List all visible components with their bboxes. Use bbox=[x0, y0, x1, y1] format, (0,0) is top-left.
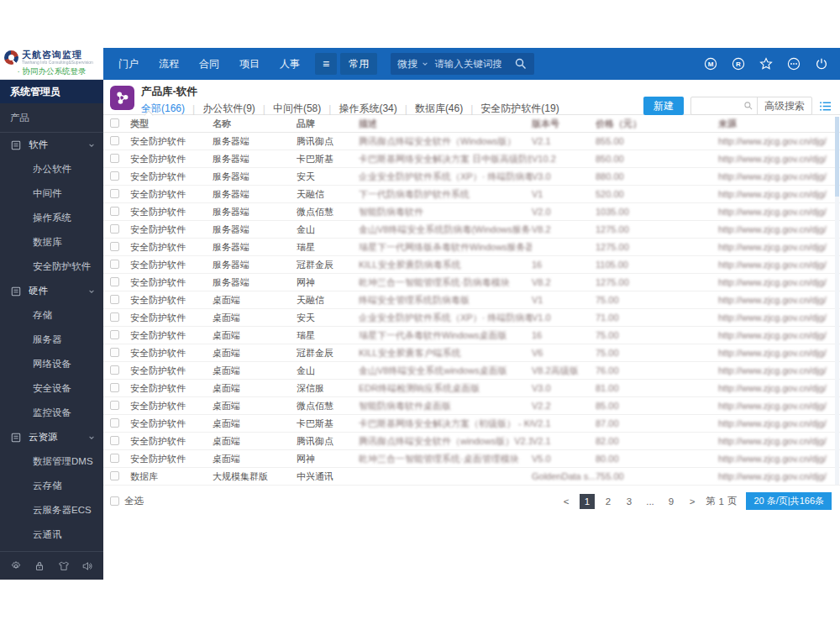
oa-login-link[interactable]: · 协同办公系统登录 bbox=[4, 66, 99, 77]
prev-page-button[interactable]: < bbox=[559, 494, 574, 509]
row-checkbox[interactable] bbox=[110, 207, 119, 216]
table-row[interactable]: 安全防护软件 桌面端 微点佰慧 智能防病毒软件桌面版 V2.2 85.00 ht… bbox=[103, 397, 840, 415]
next-page-button[interactable]: > bbox=[685, 494, 700, 509]
row-checkbox[interactable] bbox=[110, 436, 119, 445]
lock-icon[interactable] bbox=[34, 560, 45, 572]
table-row[interactable]: 安全防护软件 桌面端 金山 金山V8终端安全系统windows桌面版 V8.2高… bbox=[103, 362, 840, 380]
theme-icon[interactable] bbox=[58, 560, 70, 572]
search-engine-label[interactable]: 微搜 bbox=[397, 57, 417, 71]
row-checkbox[interactable] bbox=[110, 348, 119, 357]
nav-item-common[interactable]: 常用 bbox=[340, 53, 377, 75]
sidebar-item[interactable]: 安全防护软件 bbox=[0, 255, 103, 279]
table-row[interactable]: 安全防护软件 桌面端 网神 乾坤三合一智能管理系统·桌面管理模块 V5.0 80… bbox=[103, 450, 840, 468]
row-checkbox[interactable] bbox=[110, 295, 119, 304]
current-page-value[interactable]: 1 bbox=[719, 496, 724, 507]
chevron-down-icon[interactable] bbox=[88, 433, 95, 443]
table-search-input[interactable] bbox=[691, 101, 743, 111]
table-row[interactable]: 安全防护软件 服务器端 微点佰慧 智能防病毒软件 V2.0 1035.00 ht… bbox=[103, 203, 840, 221]
nav-item[interactable]: 项目 bbox=[239, 57, 260, 71]
row-checkbox[interactable] bbox=[110, 365, 119, 375]
row-checkbox[interactable] bbox=[110, 277, 119, 286]
table-row[interactable]: 安全防护软件 桌面端 腾讯御点 腾讯御点终端安全软件（windows版）V2.1… bbox=[103, 433, 840, 450]
sidebar-item[interactable]: 云通讯 bbox=[0, 522, 103, 547]
search-input[interactable] bbox=[433, 58, 510, 70]
sidebar-item[interactable]: 数据库 bbox=[0, 230, 103, 255]
search-icon[interactable] bbox=[743, 101, 757, 111]
settings-icon[interactable] bbox=[10, 560, 22, 572]
row-checkbox[interactable] bbox=[110, 260, 119, 269]
table-scrollbar[interactable] bbox=[835, 117, 839, 485]
row-checkbox[interactable] bbox=[110, 136, 119, 145]
page-button-1[interactable]: 1 bbox=[580, 494, 595, 509]
table-row[interactable]: 安全防护软件 桌面端 卡巴斯基 卡巴斯基网络安全解决方案（初级版） - KOL.… bbox=[103, 415, 840, 433]
star-icon[interactable] bbox=[759, 57, 773, 71]
table-row[interactable]: 安全防护软件 桌面端 深信服 EDR终端检测响应系统桌面版 V3.0 81.00… bbox=[103, 380, 840, 397]
table-row[interactable]: 安全防护软件 服务器端 腾讯御点 腾讯御点终端安全软件（Windows版） V2… bbox=[103, 133, 840, 150]
r-badge-icon[interactable]: R bbox=[732, 57, 745, 71]
row-checkbox[interactable] bbox=[110, 154, 119, 163]
table-row[interactable]: 安全防护软件 服务器端 冠群金辰 KILL安全胶囊防病毒系统 16 1105.0… bbox=[103, 256, 840, 274]
chevron-down-icon[interactable] bbox=[422, 58, 428, 70]
sidebar-item[interactable]: 数据管理DMS bbox=[0, 449, 103, 474]
table-row[interactable]: 安全防护软件 服务器端 金山 金山V8终端安全系统防病毒(Windows服务器版… bbox=[103, 221, 840, 239]
sidebar-item[interactable]: 云存储 bbox=[0, 474, 103, 498]
row-checkbox[interactable] bbox=[110, 312, 119, 322]
row-checkbox[interactable] bbox=[110, 330, 119, 339]
sidebar-item[interactable]: 服务器 bbox=[0, 328, 103, 352]
page-button-9[interactable]: 9 bbox=[664, 494, 679, 509]
select-all[interactable]: 全选 bbox=[110, 495, 144, 507]
table-row[interactable]: 安全防护软件 桌面端 安天 企业安全防护软件系统（XP）· 终端防病毒版 V1.… bbox=[103, 309, 840, 327]
select-all-checkbox[interactable] bbox=[110, 496, 119, 506]
tab-security-software[interactable]: 安全防护软件(19) bbox=[473, 102, 566, 116]
more-icon[interactable] bbox=[787, 57, 801, 71]
tab-office-software[interactable]: 办公软件(9) bbox=[195, 102, 263, 116]
table-row[interactable]: 安全防护软件 服务器端 卡巴斯基 卡巴斯基网络安全解决方案 日中版高级防护...… bbox=[103, 150, 840, 168]
tab-middleware[interactable]: 中间件(58) bbox=[265, 102, 328, 116]
sidebar-group-software[interactable]: 软件 bbox=[0, 133, 103, 157]
table-row[interactable]: 安全防护软件 桌面端 天融信 终端安全管理系统防病毒版 V1 75.00 htt… bbox=[103, 291, 840, 309]
power-icon[interactable] bbox=[815, 57, 828, 71]
table-row[interactable]: 安全防护软件 服务器端 安天 企业安全防护软件系统（XP）· 终端防病毒版 V3… bbox=[103, 168, 840, 186]
table-row[interactable]: 安全防护软件 服务器端 瑞星 瑞星下一代网络版杀毒软件Windows服务器版 1… bbox=[103, 239, 840, 256]
row-checkbox[interactable] bbox=[110, 418, 119, 428]
row-checkbox[interactable] bbox=[110, 383, 119, 392]
nav-item[interactable]: 合同 bbox=[199, 57, 219, 71]
search-icon[interactable] bbox=[514, 57, 528, 71]
table-row[interactable]: 数据库 大规模集群版 中兴通讯 GoldenData s... 755.00 h… bbox=[103, 468, 840, 486]
sound-icon[interactable] bbox=[81, 560, 93, 572]
page-size-badge[interactable]: 20 条/页|共166条 bbox=[746, 492, 832, 510]
advanced-search-button[interactable]: 高级搜索 bbox=[757, 97, 811, 114]
nav-item[interactable]: 流程 bbox=[159, 57, 179, 71]
tab-os[interactable]: 操作系统(34) bbox=[331, 102, 404, 116]
sidebar-item[interactable]: 网络设备 bbox=[0, 352, 103, 376]
row-checkbox[interactable] bbox=[110, 401, 119, 410]
sidebar-item[interactable]: 监控设备 bbox=[0, 401, 103, 425]
table-row[interactable]: 安全防护软件 桌面端 瑞星 瑞星下一代杀毒软件Windows桌面版 16 75.… bbox=[103, 327, 840, 344]
menu-toggle-icon[interactable]: ≡ bbox=[315, 53, 337, 75]
nav-item[interactable]: 人事 bbox=[280, 57, 300, 71]
m-badge-icon[interactable]: M bbox=[704, 57, 717, 71]
scrollbar-thumb[interactable] bbox=[835, 117, 839, 197]
row-checkbox[interactable] bbox=[110, 242, 119, 251]
new-button[interactable]: 新建 bbox=[643, 97, 684, 115]
nav-item[interactable]: 门户 bbox=[118, 57, 139, 71]
row-checkbox[interactable] bbox=[110, 171, 119, 181]
sidebar-item[interactable]: 存储 bbox=[0, 303, 103, 328]
table-row[interactable]: 安全防护软件 服务器端 网神 乾坤三合一智能管理系统·防病毒模块 V8.2 12… bbox=[103, 274, 840, 291]
sidebar-group-hardware[interactable]: 硬件 bbox=[0, 279, 103, 303]
list-view-icon[interactable] bbox=[819, 100, 832, 113]
sidebar-item[interactable]: 安全设备 bbox=[0, 376, 103, 401]
page-button-3[interactable]: 3 bbox=[622, 494, 637, 509]
tab-database[interactable]: 数据库(46) bbox=[407, 102, 470, 116]
sidebar-item[interactable]: 中间件 bbox=[0, 181, 103, 206]
table-row[interactable]: 安全防护软件 桌面端 冠群金辰 KILL安全胶囊客户端系统 V6 75.00 h… bbox=[103, 344, 840, 362]
chevron-down-icon[interactable] bbox=[88, 140, 95, 150]
row-checkbox[interactable] bbox=[110, 454, 119, 463]
chevron-down-icon[interactable] bbox=[88, 286, 95, 297]
sidebar-item[interactable]: 办公软件 bbox=[0, 157, 103, 181]
row-checkbox[interactable] bbox=[110, 224, 119, 234]
page-button-2[interactable]: 2 bbox=[601, 494, 616, 509]
header-checkbox[interactable] bbox=[110, 118, 119, 128]
sidebar-item[interactable]: 云服务器ECS bbox=[0, 498, 103, 522]
table-row[interactable]: 安全防护软件 服务器端 天融信 下一代防病毒防护软件系统 V1 520.00 h… bbox=[103, 186, 840, 203]
